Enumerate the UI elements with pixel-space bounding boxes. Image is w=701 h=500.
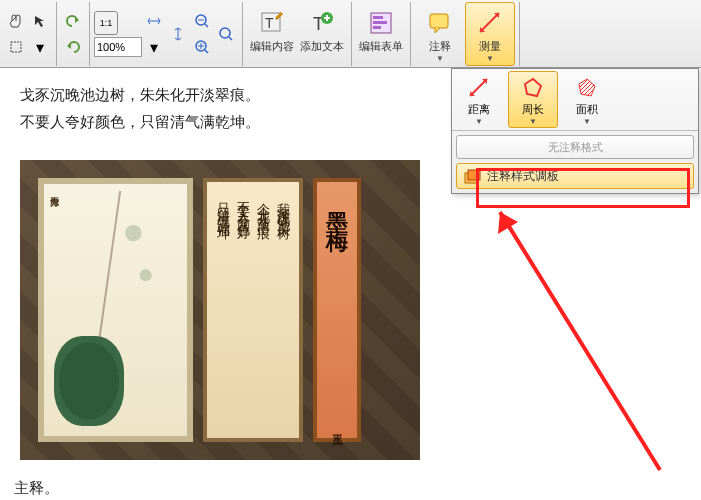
add-text-icon: T bbox=[309, 7, 335, 39]
tool-group-form: 编辑表单 bbox=[352, 2, 411, 66]
svg-line-2 bbox=[205, 24, 208, 27]
chevron-down-icon: ▼ bbox=[436, 54, 444, 63]
title-panel: 墨梅 王冕 bbox=[313, 178, 361, 442]
svg-line-22 bbox=[470, 79, 487, 96]
annotation-style-panel-button[interactable]: 注释样式调板 bbox=[456, 163, 694, 189]
undo-button[interactable] bbox=[61, 9, 85, 33]
svg-rect-0 bbox=[11, 42, 21, 52]
fit-page-button[interactable] bbox=[166, 22, 190, 46]
zoom-input[interactable] bbox=[94, 37, 142, 57]
fit-actual-button[interactable]: 1:1 bbox=[94, 11, 118, 35]
svg-line-9 bbox=[229, 37, 232, 40]
selector-button[interactable]: ▾ bbox=[28, 35, 52, 59]
arrow-tool-button[interactable] bbox=[28, 9, 52, 33]
chevron-down-icon: ▼ bbox=[486, 54, 494, 63]
tool-group-select: ▾ bbox=[0, 2, 57, 66]
measure-icon bbox=[477, 7, 503, 39]
redo-button[interactable] bbox=[61, 35, 85, 59]
tool-group-history bbox=[57, 2, 90, 66]
marquee-zoom-button[interactable] bbox=[214, 22, 238, 46]
edit-content-icon: T bbox=[259, 7, 285, 39]
footer-text: 主释。 bbox=[14, 479, 59, 498]
distance-icon bbox=[467, 74, 491, 102]
svg-text:T: T bbox=[265, 15, 274, 31]
svg-point-8 bbox=[220, 28, 230, 38]
poem-col-3: 个个花开淡墨痕 bbox=[254, 192, 272, 428]
painting-title: 墨梅 bbox=[322, 194, 352, 230]
no-annotation-style-button[interactable]: 无注释格式 bbox=[456, 135, 694, 159]
area-tool-button[interactable]: 面积▼ bbox=[562, 71, 612, 128]
annotation-button[interactable]: 注释 ▼ bbox=[415, 2, 465, 66]
poem-panel: 只留清气满乾坤 不要人夸颜色好 个个花开淡墨痕 我家洗砚池头树 bbox=[203, 178, 303, 442]
zoom-out-button[interactable] bbox=[190, 9, 214, 33]
add-text-button[interactable]: T 添加文本 bbox=[297, 2, 347, 66]
painting-scroll: 方增先画 bbox=[38, 178, 193, 442]
measure-dropdown: 距离▼ 周长▼ 面积▼ 无注释格式 注释样式调板 bbox=[451, 68, 699, 194]
perimeter-tool-button[interactable]: 周长▼ bbox=[508, 71, 558, 128]
svg-line-21 bbox=[480, 13, 499, 32]
palette-icon bbox=[463, 167, 481, 185]
tool-group-annot: 注释 ▼ 测量 ▼ bbox=[411, 2, 520, 66]
svg-rect-17 bbox=[373, 16, 383, 19]
area-icon bbox=[575, 74, 599, 102]
select-tool-button[interactable] bbox=[4, 35, 28, 59]
poem-col-2: 不要人夸颜色好 bbox=[234, 192, 252, 428]
zoom-dropdown-button[interactable]: ▾ bbox=[142, 35, 166, 59]
annotation-icon bbox=[427, 7, 453, 39]
svg-rect-18 bbox=[373, 21, 387, 24]
distance-tool-button[interactable]: 距离▼ bbox=[454, 71, 504, 128]
measure-button[interactable]: 测量 ▼ bbox=[465, 2, 515, 66]
svg-rect-20 bbox=[430, 14, 448, 28]
poem-col-4: 我家洗砚池头树 bbox=[274, 192, 292, 428]
poem-col-1: 只留清气满乾坤 bbox=[214, 192, 232, 428]
svg-rect-19 bbox=[373, 26, 381, 29]
svg-rect-25 bbox=[468, 170, 480, 180]
edit-content-button[interactable]: T 编辑内容 bbox=[247, 2, 297, 66]
edit-form-button[interactable]: 编辑表单 bbox=[356, 2, 406, 66]
main-toolbar: ▾ 1:1 ▾ T 编辑内容 bbox=[0, 0, 701, 68]
tool-group-edit: T 编辑内容 T 添加文本 bbox=[243, 2, 352, 66]
perimeter-icon bbox=[521, 74, 545, 102]
fit-width-button[interactable] bbox=[142, 9, 166, 33]
zoom-in-button[interactable] bbox=[190, 35, 214, 59]
svg-line-5 bbox=[205, 50, 208, 53]
embedded-image: 方增先画 只留清气满乾坤 不要人夸颜色好 个个花开淡墨痕 我家洗砚池头树 墨梅 … bbox=[20, 160, 420, 460]
edit-form-icon bbox=[368, 7, 394, 39]
hand-tool-button[interactable] bbox=[4, 9, 28, 33]
tool-group-zoom: 1:1 ▾ bbox=[90, 2, 243, 66]
